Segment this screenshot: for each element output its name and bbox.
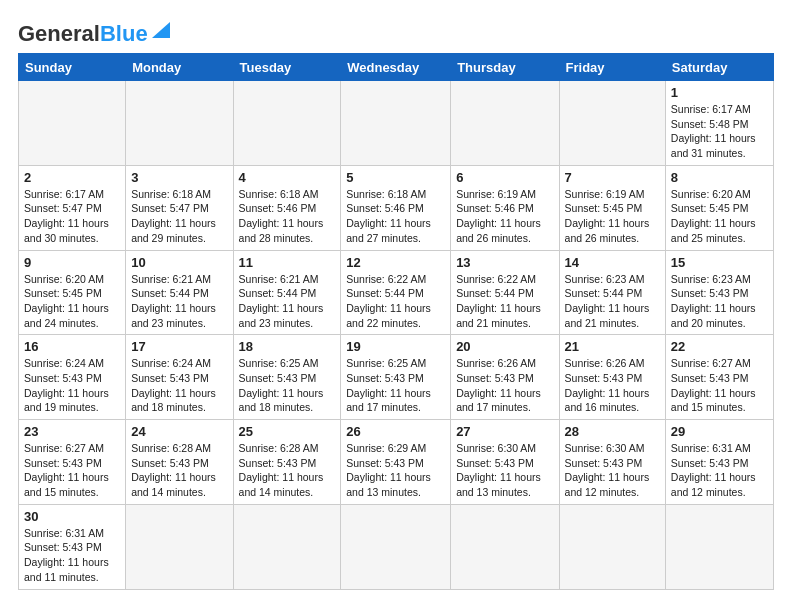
day-info: Sunrise: 6:19 AMSunset: 5:46 PMDaylight:… bbox=[456, 187, 553, 246]
calendar-cell: 27Sunrise: 6:30 AMSunset: 5:43 PMDayligh… bbox=[451, 420, 559, 505]
calendar-cell: 28Sunrise: 6:30 AMSunset: 5:43 PMDayligh… bbox=[559, 420, 665, 505]
daylight-text: Daylight: 11 hours and 25 minutes. bbox=[671, 217, 756, 244]
sunrise-text: Sunrise: 6:27 AM bbox=[671, 357, 751, 369]
week-row-6: 30Sunrise: 6:31 AMSunset: 5:43 PMDayligh… bbox=[19, 504, 774, 589]
header-row: General Blue bbox=[18, 18, 774, 47]
day-number: 27 bbox=[456, 424, 553, 439]
weekday-header-tuesday: Tuesday bbox=[233, 54, 341, 81]
sunset-text: Sunset: 5:43 PM bbox=[565, 457, 643, 469]
day-number: 17 bbox=[131, 339, 227, 354]
logo-general: General bbox=[18, 21, 100, 47]
day-info: Sunrise: 6:19 AMSunset: 5:45 PMDaylight:… bbox=[565, 187, 660, 246]
calendar-cell: 30Sunrise: 6:31 AMSunset: 5:43 PMDayligh… bbox=[19, 504, 126, 589]
sunrise-text: Sunrise: 6:20 AM bbox=[24, 273, 104, 285]
sunrise-text: Sunrise: 6:19 AM bbox=[456, 188, 536, 200]
sunset-text: Sunset: 5:48 PM bbox=[671, 118, 749, 130]
sunrise-text: Sunrise: 6:27 AM bbox=[24, 442, 104, 454]
day-info: Sunrise: 6:23 AMSunset: 5:43 PMDaylight:… bbox=[671, 272, 768, 331]
day-info: Sunrise: 6:28 AMSunset: 5:43 PMDaylight:… bbox=[131, 441, 227, 500]
daylight-text: Daylight: 11 hours and 18 minutes. bbox=[239, 387, 324, 414]
sunset-text: Sunset: 5:44 PM bbox=[456, 287, 534, 299]
calendar-cell bbox=[126, 504, 233, 589]
sunrise-text: Sunrise: 6:23 AM bbox=[565, 273, 645, 285]
weekday-header-saturday: Saturday bbox=[665, 54, 773, 81]
day-info: Sunrise: 6:20 AMSunset: 5:45 PMDaylight:… bbox=[24, 272, 120, 331]
sunset-text: Sunset: 5:44 PM bbox=[131, 287, 209, 299]
day-number: 13 bbox=[456, 255, 553, 270]
day-info: Sunrise: 6:21 AMSunset: 5:44 PMDaylight:… bbox=[131, 272, 227, 331]
sunset-text: Sunset: 5:43 PM bbox=[346, 457, 424, 469]
day-info: Sunrise: 6:20 AMSunset: 5:45 PMDaylight:… bbox=[671, 187, 768, 246]
daylight-text: Daylight: 11 hours and 21 minutes. bbox=[456, 302, 541, 329]
sunrise-text: Sunrise: 6:18 AM bbox=[131, 188, 211, 200]
day-info: Sunrise: 6:27 AMSunset: 5:43 PMDaylight:… bbox=[671, 356, 768, 415]
day-number: 25 bbox=[239, 424, 336, 439]
calendar-cell: 8Sunrise: 6:20 AMSunset: 5:45 PMDaylight… bbox=[665, 165, 773, 250]
calendar-cell: 9Sunrise: 6:20 AMSunset: 5:45 PMDaylight… bbox=[19, 250, 126, 335]
day-number: 9 bbox=[24, 255, 120, 270]
daylight-text: Daylight: 11 hours and 16 minutes. bbox=[565, 387, 650, 414]
weekday-header-monday: Monday bbox=[126, 54, 233, 81]
day-number: 8 bbox=[671, 170, 768, 185]
calendar-cell: 22Sunrise: 6:27 AMSunset: 5:43 PMDayligh… bbox=[665, 335, 773, 420]
calendar-cell: 7Sunrise: 6:19 AMSunset: 5:45 PMDaylight… bbox=[559, 165, 665, 250]
day-info: Sunrise: 6:28 AMSunset: 5:43 PMDaylight:… bbox=[239, 441, 336, 500]
sunset-text: Sunset: 5:43 PM bbox=[24, 457, 102, 469]
daylight-text: Daylight: 11 hours and 29 minutes. bbox=[131, 217, 216, 244]
sunrise-text: Sunrise: 6:31 AM bbox=[671, 442, 751, 454]
sunrise-text: Sunrise: 6:25 AM bbox=[239, 357, 319, 369]
sunset-text: Sunset: 5:43 PM bbox=[456, 372, 534, 384]
week-row-2: 2Sunrise: 6:17 AMSunset: 5:47 PMDaylight… bbox=[19, 165, 774, 250]
day-info: Sunrise: 6:26 AMSunset: 5:43 PMDaylight:… bbox=[456, 356, 553, 415]
calendar-cell: 11Sunrise: 6:21 AMSunset: 5:44 PMDayligh… bbox=[233, 250, 341, 335]
calendar-cell: 10Sunrise: 6:21 AMSunset: 5:44 PMDayligh… bbox=[126, 250, 233, 335]
daylight-text: Daylight: 11 hours and 14 minutes. bbox=[131, 471, 216, 498]
sunrise-text: Sunrise: 6:19 AM bbox=[565, 188, 645, 200]
daylight-text: Daylight: 11 hours and 27 minutes. bbox=[346, 217, 431, 244]
day-number: 28 bbox=[565, 424, 660, 439]
calendar-cell bbox=[451, 81, 559, 166]
daylight-text: Daylight: 11 hours and 31 minutes. bbox=[671, 132, 756, 159]
day-info: Sunrise: 6:23 AMSunset: 5:44 PMDaylight:… bbox=[565, 272, 660, 331]
day-info: Sunrise: 6:25 AMSunset: 5:43 PMDaylight:… bbox=[346, 356, 445, 415]
week-row-1: 1Sunrise: 6:17 AMSunset: 5:48 PMDaylight… bbox=[19, 81, 774, 166]
daylight-text: Daylight: 11 hours and 22 minutes. bbox=[346, 302, 431, 329]
sunset-text: Sunset: 5:43 PM bbox=[671, 457, 749, 469]
sunrise-text: Sunrise: 6:20 AM bbox=[671, 188, 751, 200]
sunset-text: Sunset: 5:43 PM bbox=[24, 541, 102, 553]
sunrise-text: Sunrise: 6:18 AM bbox=[239, 188, 319, 200]
sunrise-text: Sunrise: 6:17 AM bbox=[671, 103, 751, 115]
sunrise-text: Sunrise: 6:30 AM bbox=[565, 442, 645, 454]
day-info: Sunrise: 6:18 AMSunset: 5:46 PMDaylight:… bbox=[239, 187, 336, 246]
day-number: 5 bbox=[346, 170, 445, 185]
week-row-4: 16Sunrise: 6:24 AMSunset: 5:43 PMDayligh… bbox=[19, 335, 774, 420]
calendar-cell: 4Sunrise: 6:18 AMSunset: 5:46 PMDaylight… bbox=[233, 165, 341, 250]
day-info: Sunrise: 6:24 AMSunset: 5:43 PMDaylight:… bbox=[131, 356, 227, 415]
weekday-header-friday: Friday bbox=[559, 54, 665, 81]
daylight-text: Daylight: 11 hours and 28 minutes. bbox=[239, 217, 324, 244]
sunset-text: Sunset: 5:45 PM bbox=[24, 287, 102, 299]
sunset-text: Sunset: 5:43 PM bbox=[456, 457, 534, 469]
day-number: 23 bbox=[24, 424, 120, 439]
day-info: Sunrise: 6:26 AMSunset: 5:43 PMDaylight:… bbox=[565, 356, 660, 415]
calendar-cell bbox=[126, 81, 233, 166]
sunset-text: Sunset: 5:44 PM bbox=[239, 287, 317, 299]
daylight-text: Daylight: 11 hours and 12 minutes. bbox=[565, 471, 650, 498]
weekday-header-row: SundayMondayTuesdayWednesdayThursdayFrid… bbox=[19, 54, 774, 81]
day-number: 30 bbox=[24, 509, 120, 524]
calendar: SundayMondayTuesdayWednesdayThursdayFrid… bbox=[18, 53, 774, 590]
sunset-text: Sunset: 5:46 PM bbox=[456, 202, 534, 214]
day-number: 18 bbox=[239, 339, 336, 354]
daylight-text: Daylight: 11 hours and 15 minutes. bbox=[671, 387, 756, 414]
day-number: 21 bbox=[565, 339, 660, 354]
sunrise-text: Sunrise: 6:21 AM bbox=[131, 273, 211, 285]
calendar-cell: 5Sunrise: 6:18 AMSunset: 5:46 PMDaylight… bbox=[341, 165, 451, 250]
day-number: 15 bbox=[671, 255, 768, 270]
day-info: Sunrise: 6:17 AMSunset: 5:48 PMDaylight:… bbox=[671, 102, 768, 161]
daylight-text: Daylight: 11 hours and 24 minutes. bbox=[24, 302, 109, 329]
sunrise-text: Sunrise: 6:31 AM bbox=[24, 527, 104, 539]
sunset-text: Sunset: 5:45 PM bbox=[671, 202, 749, 214]
daylight-text: Daylight: 11 hours and 11 minutes. bbox=[24, 556, 109, 583]
calendar-cell: 1Sunrise: 6:17 AMSunset: 5:48 PMDaylight… bbox=[665, 81, 773, 166]
day-info: Sunrise: 6:22 AMSunset: 5:44 PMDaylight:… bbox=[456, 272, 553, 331]
